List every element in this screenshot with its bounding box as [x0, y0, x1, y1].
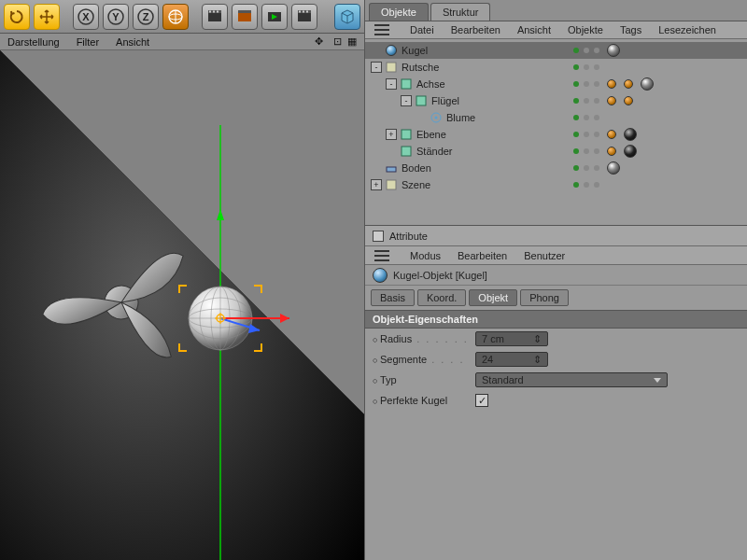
tree-label[interactable]: Kugel	[402, 45, 428, 56]
svg-text:X: X	[82, 11, 90, 22]
tree-expander[interactable]: -	[371, 62, 382, 73]
tree-row-flügel[interactable]: -Flügel	[365, 92, 747, 109]
attrmenu-user[interactable]: Benutzer	[524, 250, 565, 261]
tree-expander[interactable]: +	[386, 129, 397, 140]
tree-row-boden[interactable]: Boden	[365, 160, 747, 176]
sphere-icon	[373, 268, 388, 283]
prop-segments-field[interactable]: 24⇕	[475, 352, 548, 367]
maximize-icon[interactable]: ▦	[347, 35, 357, 49]
attrmenu-edit[interactable]: Bearbeiten	[458, 250, 507, 261]
tab-structure[interactable]: Struktur	[430, 3, 491, 21]
animation-button-2[interactable]	[232, 4, 258, 30]
svg-rect-13	[238, 12, 251, 21]
null-grp-icon	[385, 61, 398, 74]
axis-z-button[interactable]: Z	[133, 4, 159, 30]
null-grp-icon	[385, 178, 398, 191]
animation-button-1[interactable]	[202, 4, 228, 30]
view-menu-filter[interactable]: Filter	[77, 36, 99, 48]
svg-rect-48	[387, 167, 396, 172]
move-button[interactable]	[34, 4, 60, 30]
prop-type-row: Typ Standard	[365, 370, 747, 390]
objmenu-view[interactable]: Ansicht	[517, 24, 551, 35]
tag-column[interactable]	[607, 143, 747, 160]
attrtab-phong[interactable]: Phong	[520, 289, 569, 306]
tag-column[interactable]	[607, 92, 747, 109]
svg-rect-16	[298, 12, 311, 21]
primitive-cube-button[interactable]	[334, 4, 360, 30]
tree-label[interactable]: Boden	[402, 162, 431, 174]
hamburger-icon[interactable]	[374, 250, 389, 261]
prop-radius-field[interactable]: 7 cm⇕	[475, 331, 548, 346]
hamburger-icon[interactable]	[374, 24, 389, 35]
tag-column[interactable]	[607, 160, 747, 176]
null-icon	[400, 77, 413, 91]
svg-rect-43	[416, 96, 426, 105]
svg-rect-11	[213, 10, 215, 12]
3d-viewport[interactable]	[0, 50, 364, 560]
tree-expander[interactable]: +	[371, 179, 382, 190]
tree-label[interactable]: Blume	[446, 112, 475, 123]
animation-button-3[interactable]	[261, 4, 288, 30]
tree-row-kugel[interactable]: Kugel	[365, 42, 747, 59]
prop-segments-label: Segmente	[380, 354, 427, 365]
move-axis-icon[interactable]: ✥	[315, 35, 328, 49]
objmenu-bookmarks[interactable]: Lesezeichen	[658, 24, 716, 35]
attrmenu-mode[interactable]: Modus	[410, 250, 441, 261]
svg-rect-41	[387, 63, 396, 72]
frame-icon[interactable]: ⊡	[333, 35, 342, 49]
tree-row-ebene[interactable]: +Ebene	[365, 126, 747, 143]
svg-rect-18	[299, 10, 301, 12]
main-toolbar: X Y Z	[0, 0, 364, 34]
svg-rect-47	[402, 147, 411, 156]
tree-row-szene[interactable]: +Szene	[365, 176, 747, 193]
attr-section-header: Objekt-Eigenschaften	[365, 310, 747, 329]
attrtab-object[interactable]: Objekt	[469, 289, 517, 306]
attribute-panel-title: Attribute	[389, 231, 428, 242]
view-menu-display[interactable]: Darstellung	[7, 36, 60, 48]
object-manager-tree[interactable]: Kugel-Rutsche-Achse-FlügelBlume+EbeneStä…	[365, 39, 747, 226]
prop-perfect-label: Perfekte Kugel	[380, 395, 447, 406]
tree-expander[interactable]: -	[401, 95, 412, 106]
objmenu-edit[interactable]: Bearbeiten	[451, 24, 500, 35]
undo-button[interactable]	[4, 4, 30, 30]
tag-column[interactable]	[607, 76, 747, 92]
tree-label[interactable]: Achse	[416, 78, 445, 90]
tree-row-blume[interactable]: Blume	[365, 109, 747, 126]
objmenu-file[interactable]: Datei	[410, 24, 434, 35]
tag-column[interactable]	[607, 59, 747, 76]
svg-rect-20	[306, 10, 308, 12]
prop-radius-label: Radius	[380, 333, 412, 344]
tree-expander[interactable]: -	[386, 78, 397, 90]
attribute-object-title: Kugel-Objekt [Kugel]	[393, 270, 487, 281]
coord-system-button[interactable]	[162, 4, 189, 30]
tree-row-rutsche[interactable]: -Rutsche	[365, 59, 747, 76]
tree-label[interactable]: Ebene	[416, 129, 446, 140]
tree-label[interactable]: Rutsche	[402, 62, 439, 73]
view-menu-view[interactable]: Ansicht	[116, 36, 149, 48]
axis-x-button[interactable]: X	[73, 4, 99, 30]
tag-column[interactable]	[607, 176, 747, 193]
prop-type-label: Typ	[380, 374, 397, 385]
prop-segments-row: Segmente . . . . 24⇕	[365, 349, 747, 370]
tag-column[interactable]	[607, 126, 747, 143]
tree-row-achse[interactable]: -Achse	[365, 76, 747, 92]
render-button[interactable]	[291, 4, 317, 30]
tab-objects[interactable]: Objekte	[369, 3, 429, 21]
attrtab-coord[interactable]: Koord.	[417, 289, 466, 306]
prop-perfect-checkbox[interactable]: ✓	[475, 394, 488, 407]
axis-y-button[interactable]: Y	[103, 4, 129, 30]
tree-label[interactable]: Ständer	[416, 146, 453, 157]
svg-point-45	[435, 117, 438, 119]
tag-column[interactable]	[607, 109, 747, 126]
attrtab-basis[interactable]: Basis	[371, 289, 415, 306]
objmenu-tags[interactable]: Tags	[620, 24, 641, 35]
tag-column[interactable]	[607, 42, 747, 59]
tree-label[interactable]: Szene	[402, 179, 430, 190]
flower-icon	[430, 111, 443, 124]
tree-row-ständer[interactable]: Ständer	[365, 143, 747, 160]
svg-rect-19	[303, 10, 304, 12]
prop-type-select[interactable]: Standard	[475, 372, 668, 387]
objmenu-objects[interactable]: Objekte	[568, 24, 603, 35]
attr-lock-checkbox[interactable]	[373, 231, 384, 242]
tree-label[interactable]: Flügel	[431, 95, 459, 106]
